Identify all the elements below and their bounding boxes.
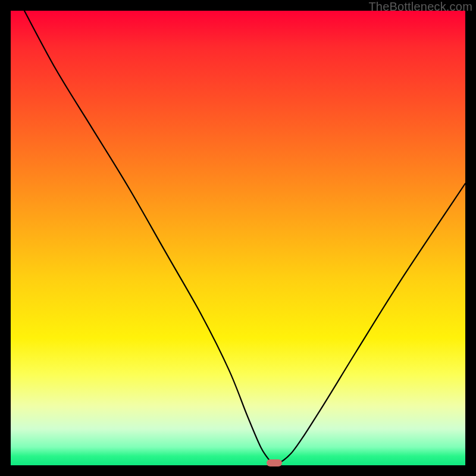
chart-container: { "watermark": "TheBottleneck.com", "cha… [0, 0, 476, 476]
selection-marker [267, 459, 282, 466]
watermark-text: TheBottleneck.com [368, 0, 472, 14]
bottleneck-curve [11, 11, 465, 465]
plot-area [11, 11, 465, 465]
